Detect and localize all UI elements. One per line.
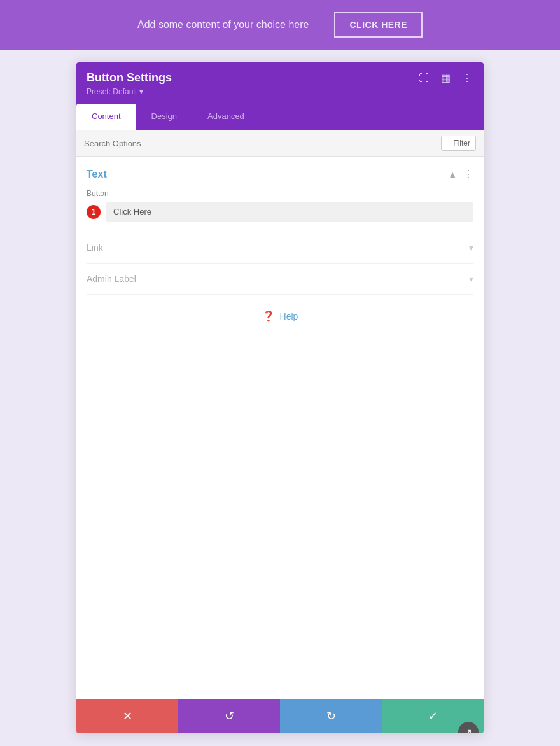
admin-label-section-label: Admin Label [87, 274, 136, 284]
link-section-label: Link [87, 243, 103, 253]
cancel-icon: ✕ [123, 709, 132, 723]
banner-click-here-button[interactable]: Click Here [334, 12, 423, 38]
help-text: Help [280, 311, 298, 321]
panel-title: Button Settings [87, 71, 172, 85]
preset-label: Preset: Default [87, 87, 137, 96]
button-field-row: 1 [87, 202, 473, 222]
save-icon: ✓ [428, 709, 438, 723]
redo-icon: ↻ [326, 709, 336, 723]
link-section[interactable]: Link ▾ [87, 232, 473, 264]
undo-icon: ↺ [225, 709, 234, 723]
tab-design[interactable]: Design [136, 104, 192, 130]
text-section: Text ▲ ⋮ Button 1 [87, 157, 473, 232]
tabs-row: Content Design Advanced [76, 104, 484, 130]
help-icon: ❓ [262, 310, 275, 322]
text-section-collapse-icon[interactable]: ▲ [448, 169, 457, 179]
search-input[interactable] [84, 139, 441, 148]
text-section-title: Text [87, 169, 107, 180]
banner-text: Add some content of your choice here [137, 19, 309, 31]
more-options-icon[interactable]: ⋮ [461, 72, 473, 85]
bottom-toolbar: ✕ ↺ ↻ ✓ ↗ [76, 699, 484, 733]
panel-content: Text ▲ ⋮ Button 1 Link [76, 157, 484, 699]
top-banner: Add some content of your choice here Cli… [0, 0, 560, 50]
undo-button[interactable]: ↺ [178, 699, 280, 733]
cancel-button[interactable]: ✕ [76, 699, 178, 733]
floating-icon: ↗ [465, 727, 472, 733]
text-section-controls: ▲ ⋮ [448, 168, 473, 180]
button-text-input[interactable] [106, 202, 473, 222]
help-row[interactable]: ❓ Help [76, 295, 484, 337]
tab-advanced[interactable]: Advanced [192, 104, 260, 130]
admin-label-chevron-icon: ▾ [469, 274, 473, 284]
text-section-header: Text ▲ ⋮ [87, 157, 473, 189]
columns-icon[interactable]: ▦ [439, 72, 452, 85]
search-bar: + Filter [76, 130, 484, 157]
filter-button[interactable]: + Filter [441, 136, 476, 151]
preset-arrow: ▾ [139, 87, 143, 96]
panel-header: Button Settings ⛶ ▦ ⋮ Preset: Default ▾ [76, 62, 484, 104]
tab-content[interactable]: Content [76, 104, 136, 130]
page-background: Button Settings ⛶ ▦ ⋮ Preset: Default ▾ … [0, 50, 560, 746]
button-field-label: Button [87, 189, 473, 198]
panel-icons: ⛶ ▦ ⋮ [417, 72, 473, 85]
fullscreen-icon[interactable]: ⛶ [417, 72, 430, 85]
link-section-chevron-icon: ▾ [469, 243, 473, 253]
redo-button[interactable]: ↻ [280, 699, 382, 733]
panel-title-row: Button Settings ⛶ ▦ ⋮ [87, 71, 473, 85]
empty-content-area [76, 337, 484, 592]
text-section-more-icon[interactable]: ⋮ [463, 168, 473, 180]
preset-selector[interactable]: Preset: Default ▾ [87, 87, 473, 96]
button-field: Button 1 [87, 189, 473, 222]
button-field-badge: 1 [87, 205, 101, 219]
settings-panel: Button Settings ⛶ ▦ ⋮ Preset: Default ▾ … [76, 62, 484, 733]
admin-label-section[interactable]: Admin Label ▾ [87, 264, 473, 295]
